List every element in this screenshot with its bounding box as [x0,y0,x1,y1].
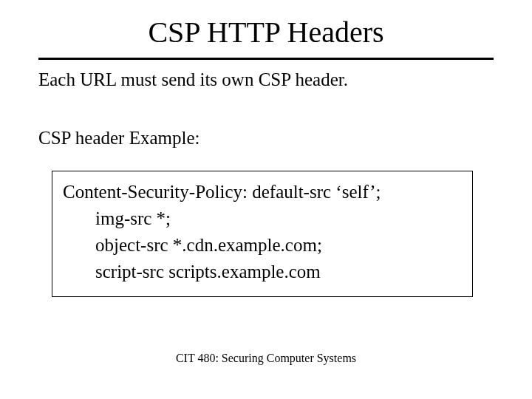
body-line-2: CSP header Example: [38,126,494,149]
example-line-4: script-src scripts.example.com [63,259,462,285]
title-underline [38,58,494,60]
slide-title: CSP HTTP Headers [0,15,532,50]
example-line-1: Content-Security-Policy: default-src ‘se… [63,179,462,205]
slide-body: Each URL must send its own CSP header. C… [38,68,494,297]
body-line-1: Each URL must send its own CSP header. [38,68,494,91]
slide-footer: CIT 480: Securing Computer Systems [0,352,532,365]
example-line-3: object-src *.cdn.example.com; [63,232,462,259]
slide: CSP HTTP Headers Each URL must send its … [0,0,532,399]
example-line-2: img-src *; [63,205,462,232]
csp-example-box: Content-Security-Policy: default-src ‘se… [52,171,473,297]
